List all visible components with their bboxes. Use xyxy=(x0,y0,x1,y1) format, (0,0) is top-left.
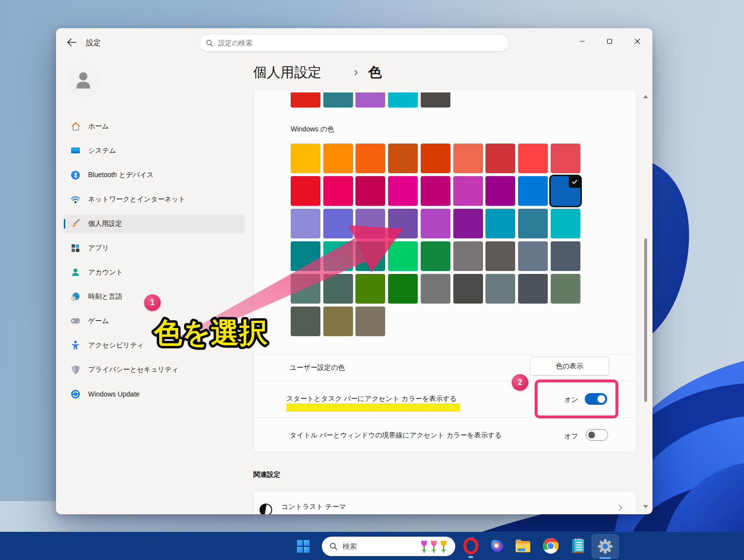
taskbar-chrome-button[interactable] xyxy=(542,538,559,554)
color-swatch[interactable] xyxy=(453,176,483,206)
taskbar-copilot-button[interactable] xyxy=(489,538,505,554)
contrast-icon xyxy=(260,504,272,514)
settings-search-input[interactable]: 設定の検索 xyxy=(199,34,509,52)
color-swatch[interactable] xyxy=(485,209,515,238)
color-swatch[interactable] xyxy=(291,241,320,271)
color-swatch[interactable] xyxy=(388,241,418,271)
taskbar-search-placeholder: 検索 xyxy=(342,542,414,551)
breadcrumb-parent[interactable]: 個人用設定 xyxy=(253,63,321,82)
color-swatch[interactable] xyxy=(355,144,385,173)
color-swatch[interactable] xyxy=(355,209,385,238)
accessibility-icon xyxy=(71,341,80,350)
color-swatch[interactable] xyxy=(421,209,450,238)
color-swatch[interactable] xyxy=(291,92,320,108)
privacy-shield-icon xyxy=(71,365,80,375)
color-swatch[interactable] xyxy=(355,92,385,108)
color-swatch[interactable] xyxy=(551,274,580,304)
close-icon xyxy=(634,38,640,44)
color-swatch[interactable] xyxy=(388,274,418,304)
maximize-button[interactable] xyxy=(598,32,621,51)
color-swatch[interactable] xyxy=(355,307,385,336)
sidebar-item-windows-update[interactable]: Windows Update xyxy=(64,384,245,404)
color-swatch[interactable] xyxy=(518,209,548,238)
sidebar-item-gaming[interactable]: ゲーム xyxy=(64,311,245,331)
color-swatch[interactable] xyxy=(291,209,320,238)
color-swatch[interactable] xyxy=(323,274,353,304)
network-icon xyxy=(71,195,80,204)
sidebar-item-accounts[interactable]: アカウント xyxy=(64,263,245,282)
sidebar-item-accessibility[interactable]: アクセシビリティ xyxy=(64,336,245,355)
taskbar-settings-button[interactable] xyxy=(592,534,619,559)
color-swatch[interactable] xyxy=(323,144,353,173)
color-swatch[interactable] xyxy=(453,241,483,271)
sidebar-item-label: システム xyxy=(88,146,116,155)
sidebar-item-privacy[interactable]: プライバシーとセキュリティ xyxy=(64,360,245,379)
color-swatch[interactable] xyxy=(421,144,450,173)
color-swatch-selected[interactable] xyxy=(551,176,580,206)
avatar[interactable] xyxy=(66,62,101,97)
color-swatch[interactable] xyxy=(323,241,353,271)
color-swatch[interactable] xyxy=(291,176,320,206)
sidebar-item-personalization[interactable]: 個人用設定 xyxy=(64,214,245,234)
color-swatch[interactable] xyxy=(485,176,515,206)
sidebar-item-home[interactable]: ホーム xyxy=(64,117,245,136)
color-swatch[interactable] xyxy=(323,209,353,238)
start-button[interactable] xyxy=(296,539,311,554)
sidebar-item-label: 個人用設定 xyxy=(88,219,122,228)
color-swatch[interactable] xyxy=(355,176,385,206)
color-swatch[interactable] xyxy=(388,209,418,238)
color-swatch[interactable] xyxy=(453,144,483,173)
color-swatch[interactable] xyxy=(421,274,450,304)
color-swatch[interactable] xyxy=(323,176,353,206)
color-swatch[interactable] xyxy=(421,92,450,108)
close-button[interactable] xyxy=(626,32,649,51)
copilot-icon xyxy=(489,538,505,554)
color-swatch[interactable] xyxy=(518,241,548,271)
color-swatch[interactable] xyxy=(291,144,320,173)
color-swatch[interactable] xyxy=(453,209,483,238)
accent-titlebar-toggle[interactable] xyxy=(586,429,608,441)
taskbar-explorer-button[interactable] xyxy=(515,538,531,554)
taskbar-search-box[interactable]: 検索 xyxy=(322,537,455,556)
sidebar-item-network[interactable]: ネットワークとインターネット xyxy=(64,190,245,209)
maximize-icon xyxy=(607,38,613,44)
sidebar-item-bluetooth[interactable]: Bluetooth とデバイス xyxy=(64,165,245,185)
color-swatch[interactable] xyxy=(453,274,483,304)
sidebar-item-system[interactable]: システム xyxy=(64,141,245,161)
color-swatch[interactable] xyxy=(551,241,580,271)
color-swatch[interactable] xyxy=(388,176,418,206)
notepad-icon xyxy=(571,538,585,554)
back-button[interactable] xyxy=(67,38,76,49)
taskbar-notepad-button[interactable] xyxy=(570,537,586,555)
scrollbar-up-arrow[interactable] xyxy=(643,95,648,98)
view-colors-button[interactable]: 色の表示 xyxy=(530,357,609,376)
color-swatch[interactable] xyxy=(421,176,450,206)
color-swatch[interactable] xyxy=(518,176,548,206)
color-swatch[interactable] xyxy=(355,274,385,304)
taskbar-opera-button[interactable] xyxy=(463,538,479,554)
minimize-button[interactable] xyxy=(571,32,594,51)
scrollbar-down-arrow[interactable] xyxy=(643,505,648,508)
color-swatch[interactable] xyxy=(323,307,353,336)
divider xyxy=(254,354,636,355)
sidebar-item-label: 時刻と言語 xyxy=(88,292,122,301)
sidebar-item-apps[interactable]: アプリ xyxy=(64,238,245,258)
color-swatch[interactable] xyxy=(485,144,515,173)
color-swatch[interactable] xyxy=(291,307,320,336)
color-swatch[interactable] xyxy=(485,274,515,304)
scrollbar-thumb[interactable] xyxy=(644,238,647,402)
color-swatch[interactable] xyxy=(388,92,418,108)
color-swatch[interactable] xyxy=(518,144,548,173)
color-swatch[interactable] xyxy=(355,241,385,271)
taskbar: 検索 xyxy=(0,532,744,560)
color-swatch[interactable] xyxy=(291,274,320,304)
color-swatch[interactable] xyxy=(485,241,515,271)
color-swatch[interactable] xyxy=(421,241,450,271)
account-icon xyxy=(71,268,80,277)
color-swatch[interactable] xyxy=(388,144,418,173)
sidebar-item-label: ネットワークとインターネット xyxy=(88,195,186,204)
color-swatch[interactable] xyxy=(551,144,580,173)
color-swatch[interactable] xyxy=(323,92,353,108)
color-swatch[interactable] xyxy=(518,274,548,304)
color-swatch[interactable] xyxy=(551,209,580,238)
